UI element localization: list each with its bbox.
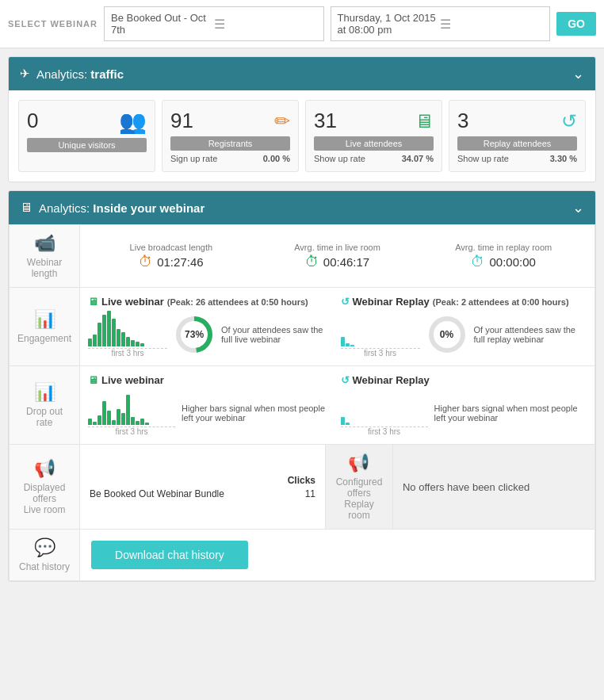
- dropout-live-chart: first 3 hrs Higher bars signal when most…: [88, 389, 334, 436]
- offers-row-item: Be Booked Out Webinar Bundle 11: [90, 488, 315, 499]
- avg-replay-time: ⏱ 00:00:00: [471, 254, 535, 270]
- dropout-label-cell: 📊 Drop out rate: [10, 366, 80, 445]
- d-bar-6: [112, 420, 116, 425]
- inside-table: 📹 Webinar length Live broadcast length ⏱…: [9, 224, 595, 581]
- engagement-replay-half: ↺ Webinar Replay (Peak: 2 attendees at 0…: [341, 296, 587, 358]
- avg-replay-value: 00:00:00: [489, 255, 535, 269]
- replay-peak-info: (Peak: 2 attendees at 0:00 hours): [433, 297, 569, 307]
- traffic-header-text: Analytics: traffic: [36, 67, 124, 81]
- webinar-select-icon: ☰: [214, 17, 317, 32]
- plane-icon: ✈: [20, 67, 30, 81]
- engagement-live-half: 🖥 Live webinar (Peak: 26 attendees at 0:…: [88, 296, 334, 358]
- megaphone2-icon: 📢: [334, 453, 384, 473]
- inside-section: 🖥 Analytics: Inside your webinar ⌄ 📹 Web…: [8, 190, 596, 582]
- live-monitor-icon: 🖥: [88, 296, 98, 308]
- go-button[interactable]: GO: [556, 12, 596, 36]
- engagement-label: Engagement: [17, 333, 71, 344]
- d-bar-11: [136, 421, 140, 425]
- replay-attendees-count: 3: [457, 109, 561, 133]
- inside-chevron-icon[interactable]: ⌄: [572, 199, 584, 216]
- d-bar-7: [117, 409, 120, 425]
- unique-visitors-count: 0: [27, 109, 119, 133]
- clock-orange-icon: ⏱: [139, 254, 153, 270]
- replay-donut: 0%: [426, 314, 468, 355]
- offers-row: 📢 Displayed offers Live room Clicks Be B…: [10, 445, 595, 530]
- registrants-label: Registrants: [170, 136, 290, 151]
- webinar-length-label: Webinar length: [17, 257, 71, 279]
- monitor-header-icon: 🖥: [20, 201, 32, 215]
- top-bar: SELECT WEBINAR Be Booked Out - Oct 7th ☰…: [0, 0, 604, 48]
- displayed-offers-label-cell: 📢 Displayed offers Live room: [10, 445, 80, 530]
- bar-6: [112, 319, 116, 346]
- clock-green-icon: ⏱: [305, 254, 319, 270]
- dropout-replay-bars: [341, 389, 428, 425]
- live-attendees-rate-value: 34.07 %: [402, 154, 434, 163]
- displayed-offers-content: Clicks Be Booked Out Webinar Bundle 11: [80, 445, 326, 530]
- bar-9: [126, 337, 130, 346]
- live-attendees-rate: Show up rate 34.07 %: [314, 154, 434, 163]
- dropout-bar-icon: 📊: [17, 382, 71, 403]
- bar-chart-icon: 📊: [17, 309, 71, 330]
- chat-row: 💬 Chat history Download chat history: [10, 530, 595, 581]
- webinar-length-row: 📹 Webinar length Live broadcast length ⏱…: [10, 225, 595, 288]
- engagement-replay-chart-area: first 3 hrs 0% Of your attendees saw the…: [341, 311, 587, 358]
- inside-header: 🖥 Analytics: Inside your webinar ⌄: [9, 191, 595, 224]
- registrants-count: 91: [170, 109, 274, 133]
- dropout-live-text: Higher bars signal when most people left…: [182, 404, 334, 423]
- dropout-replay-chart: first 3 hrs Higher bars signal when most…: [341, 389, 587, 436]
- live-peak-info: (Peak: 26 attendees at 0:50 hours): [167, 297, 308, 307]
- d-bar-8: [121, 413, 125, 425]
- download-chat-button[interactable]: Download chat history: [91, 541, 248, 569]
- dropout-content-cell: 🖥 Live webinar: [80, 366, 595, 445]
- unique-visitors-card: 0 👥 Unique visitors: [18, 100, 155, 172]
- traffic-header: ✈ Analytics: traffic ⌄: [9, 57, 595, 90]
- registrants-rate-value: 0.00 %: [263, 154, 290, 163]
- no-offers-text: No offers have been clicked: [403, 481, 529, 493]
- dropout-live-label: first 3 hrs: [116, 427, 148, 436]
- offer-clicks-value: 11: [305, 488, 315, 499]
- engagement-content: 🖥 Live webinar (Peak: 26 attendees at 0:…: [88, 296, 587, 358]
- live-donut-label: 73%: [185, 329, 204, 340]
- d-bar-1: [88, 419, 92, 425]
- replay-attendees-rate-label: Show up rate: [457, 154, 509, 163]
- dropout-replay-half: ↺ Webinar Replay first 3 hrs: [341, 374, 587, 436]
- live-donut: 73%: [174, 314, 215, 355]
- dropout-row: 📊 Drop out rate 🖥 Live webinar: [10, 366, 595, 445]
- megaphone-icon: 📢: [17, 458, 71, 479]
- replay-attendees-label: Replay attendees: [457, 136, 577, 151]
- bar-2: [93, 335, 97, 346]
- engagement-row: 📊 Engagement 🖥 Live webinar (Peak: 26 at…: [10, 288, 595, 366]
- chat-content-cell: Download chat history: [80, 530, 595, 581]
- d-bar-2: [93, 422, 97, 425]
- dropout-replay-text: Higher bars signal when most people left…: [434, 404, 587, 423]
- bar-5: [107, 311, 111, 346]
- datetime-select[interactable]: Thursday, 1 Oct 2015 at 08:00 pm ☰: [331, 6, 551, 41]
- engagement-live-title: 🖥 Live webinar (Peak: 26 attendees at 0:…: [88, 296, 334, 308]
- registrants-rate-label: Sign up rate: [170, 154, 217, 163]
- configured-offers-content: No offers have been clicked: [392, 445, 594, 530]
- r-bar-1: [341, 337, 345, 346]
- d-bar-12: [140, 419, 144, 425]
- datetime-select-icon: ☰: [440, 17, 543, 32]
- replay-attendee-text: Of your attendees saw the full replay we…: [474, 325, 587, 344]
- displayed-offers-label: Displayed offers Live room: [17, 482, 71, 515]
- dropout-content: 🖥 Live webinar: [88, 374, 587, 436]
- bar-1: [88, 339, 92, 346]
- live-attendees-label: Live attendees: [314, 136, 434, 151]
- webinar-select[interactable]: Be Booked Out - Oct 7th ☰: [104, 6, 324, 41]
- datetime-select-value: Thursday, 1 Oct 2015 at 08:00 pm: [338, 12, 441, 36]
- bar-12: [140, 343, 144, 346]
- unique-visitors-label: Unique visitors: [27, 138, 147, 152]
- replay-attendees-card: 3 ↺ Replay attendees Show up rate 3.30 %: [449, 100, 586, 172]
- configured-offers-label: Configured offers Replay room: [334, 476, 384, 521]
- engagement-replay-title: ↺ Webinar Replay (Peak: 2 attendees at 0…: [341, 296, 587, 308]
- offer-name: Be Booked Out Webinar Bundle: [90, 488, 224, 499]
- select-webinar-label: SELECT WEBINAR: [8, 19, 97, 29]
- dropout-live-bars: [88, 389, 175, 425]
- live-chart-label: first 3 hrs: [112, 349, 144, 358]
- live-broadcast-value: 01:27:46: [157, 255, 203, 269]
- traffic-chevron-icon[interactable]: ⌄: [572, 65, 584, 82]
- avg-live-value: 00:46:17: [323, 255, 369, 269]
- offers-table: Clicks Be Booked Out Webinar Bundle 11: [90, 475, 315, 499]
- bar-7: [117, 329, 120, 346]
